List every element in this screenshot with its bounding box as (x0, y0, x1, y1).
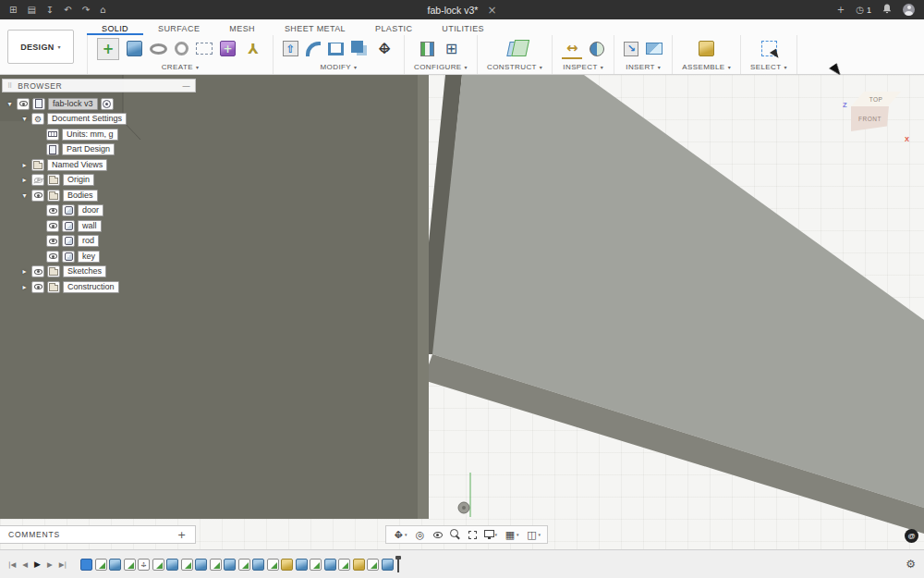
timeline-feature-sketch[interactable] (238, 559, 250, 571)
timeline-feature-gold[interactable] (281, 559, 293, 571)
body-icon[interactable] (62, 204, 75, 216)
timeline-feature-sketch[interactable] (95, 559, 107, 571)
group-label-inspect[interactable]: INSPECT▾ (563, 61, 603, 74)
visibility-eye-icon[interactable] (31, 190, 44, 202)
data-panel-icon[interactable]: ▤ (27, 6, 35, 15)
timeline-feature-extrude[interactable] (382, 559, 394, 571)
look-at-icon[interactable] (431, 526, 445, 543)
expand-arrow-icon[interactable]: ▾ (20, 191, 29, 200)
fit-icon[interactable] (466, 526, 480, 543)
browser-item-label[interactable]: Sketches (63, 265, 106, 277)
profile-avatar[interactable] (903, 4, 915, 16)
browser-item-label[interactable]: wall (78, 220, 102, 232)
create-sketch-icon[interactable]: + (97, 38, 119, 60)
close-document-icon[interactable]: × (487, 4, 496, 17)
browser-item-label[interactable]: key (78, 251, 100, 263)
activate-component-radio-icon[interactable] (101, 98, 114, 110)
timeline-feature-extrude[interactable] (296, 559, 308, 571)
group-label-select[interactable]: SELECT▾ (750, 61, 787, 74)
fillet-icon[interactable] (306, 42, 321, 56)
timeline-feature-extrude[interactable] (195, 559, 207, 571)
group-label-insert[interactable]: INSERT▾ (626, 61, 661, 74)
group-label-modify[interactable]: MODIFY▾ (321, 61, 358, 74)
tab-utilities[interactable]: UTILITIES (427, 19, 499, 35)
grid-and-snaps-icon[interactable]: ▦▾ (502, 526, 522, 543)
timeline-feature-extrude[interactable] (166, 559, 178, 571)
timeline-track[interactable] (80, 559, 394, 571)
doc-icon[interactable] (32, 98, 45, 110)
thread-icon[interactable]: ⅄ (243, 39, 263, 59)
browser-item-key[interactable]: key (2, 249, 196, 264)
new-component-icon[interactable] (699, 41, 714, 56)
timeline-playhead[interactable] (397, 557, 399, 572)
browser-item-bodies[interactable]: ▾Bodies (2, 188, 196, 203)
body-icon[interactable] (62, 251, 75, 263)
timeline-feature-sketch[interactable] (181, 559, 193, 571)
browser-item-label[interactable]: Bodies (63, 190, 98, 202)
timeline-feature-sketch[interactable] (210, 559, 222, 571)
timeline-feature-gold[interactable] (353, 559, 365, 571)
timeline-feature-sketch[interactable] (267, 559, 279, 571)
view-cube-top-face[interactable]: TOP (851, 92, 901, 106)
folder-icon[interactable] (31, 159, 44, 171)
timeline-feature-extrude[interactable] (109, 559, 121, 571)
browser-item-document-settings[interactable]: ▾⚙Document Settings (2, 112, 196, 128)
folder-icon[interactable] (47, 190, 60, 202)
expand-arrow-icon[interactable]: ▾ (6, 100, 14, 108)
doc-icon[interactable] (46, 143, 59, 155)
timeline-feature-sketch[interactable] (152, 559, 164, 571)
extrude-icon[interactable] (127, 41, 142, 56)
move-copy-icon[interactable] (374, 39, 395, 59)
shell-icon[interactable] (328, 43, 344, 55)
browser-item-units-mm-g[interactable]: Units: mm, g (2, 127, 196, 142)
display-settings-icon[interactable]: ▾ (481, 526, 501, 543)
view-cube[interactable]: Z TOP FRONT X (843, 92, 909, 145)
view-cube-front-face[interactable]: FRONT (851, 106, 889, 131)
construction-plane-icon[interactable] (506, 42, 522, 56)
save-icon[interactable]: ↧ (46, 6, 54, 15)
select-window-icon[interactable] (761, 41, 777, 56)
browser-item-sketches[interactable]: ▸Sketches (2, 264, 196, 280)
drag-grip-icon[interactable]: ⠿ (7, 82, 12, 90)
document-tab[interactable]: fab-lock v3* × (428, 4, 497, 17)
units-icon[interactable] (46, 129, 59, 141)
group-label-construct[interactable]: CONSTRUCT▾ (487, 61, 542, 74)
measure-icon[interactable]: ↔ (562, 39, 582, 59)
browser-item-wall[interactable]: wall (2, 218, 196, 234)
browser-item-fab-lock-v3[interactable]: ▾fab-lock v3 (2, 96, 196, 112)
pattern-icon[interactable] (196, 43, 213, 55)
undo-icon[interactable]: ↶ (64, 6, 71, 15)
viewport-canvas[interactable]: Z TOP FRONT X ⠿ BROWSER — ▾fab-lock v3▾⚙… (0, 75, 924, 549)
expand-arrow-icon[interactable]: ▸ (20, 267, 29, 276)
configure-icon[interactable] (420, 42, 434, 56)
timeline-feature-extrude[interactable] (252, 559, 264, 571)
group-label-assemble[interactable]: ASSEMBLE▾ (682, 61, 731, 74)
browser-item-origin[interactable]: ▸Origin (2, 173, 196, 189)
tab-solid[interactable]: SOLID (87, 19, 143, 35)
expand-arrow-icon[interactable]: ▸ (20, 283, 29, 291)
gear-icon[interactable]: ⚙ (31, 113, 44, 125)
new-document-icon[interactable]: + (837, 6, 845, 15)
redo-icon[interactable]: ↷ (82, 6, 90, 15)
folder-icon[interactable] (47, 281, 60, 293)
group-label-create[interactable]: CREATE▾ (162, 61, 200, 74)
browser-item-label[interactable]: fab-lock v3 (48, 98, 98, 110)
collapse-panel-icon[interactable]: — (182, 81, 190, 91)
browser-item-part-design[interactable]: Part Design (2, 142, 196, 158)
job-status-icon[interactable]: ◷ 1 (856, 5, 871, 15)
visibility-eye-icon[interactable] (31, 281, 44, 293)
wall-edge-face[interactable] (418, 75, 429, 519)
timeline-settings-gear-icon[interactable]: ⚙ (906, 558, 916, 571)
timeline-feature-sketch[interactable] (338, 559, 350, 571)
pan-icon[interactable]: ▾ (390, 526, 410, 543)
step-back-button[interactable]: ◀ (22, 560, 28, 569)
visibility-eye-icon[interactable] (46, 251, 59, 263)
visibility-eye-icon[interactable] (31, 265, 44, 277)
browser-item-construction[interactable]: ▸Construction (2, 279, 196, 295)
timeline-feature-move[interactable] (138, 559, 150, 571)
section-analysis-icon[interactable] (590, 42, 604, 56)
folder-icon[interactable] (47, 265, 60, 277)
browser-item-label[interactable]: Named Views (47, 159, 107, 171)
insert-canvas-icon[interactable] (646, 43, 663, 55)
visibility-eye-icon[interactable] (46, 235, 59, 247)
